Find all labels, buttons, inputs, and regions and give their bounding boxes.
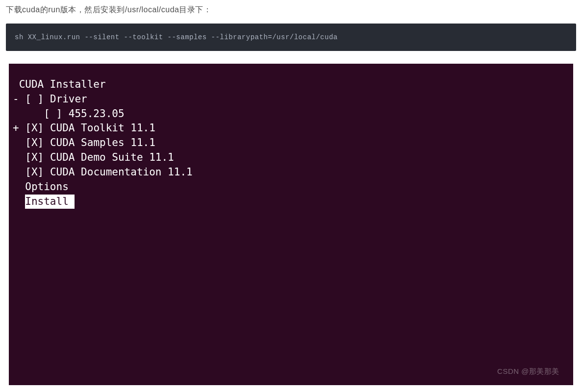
terminal-container: CUDA Installer - [ ] Driver [ ] 455.23.0… — [6, 61, 576, 388]
installer-title: CUDA Installer — [13, 77, 569, 92]
checkbox-driver-version[interactable]: [ ] — [44, 108, 62, 120]
install-button[interactable]: Install — [25, 195, 75, 209]
checkbox-documentation[interactable]: [X] — [25, 166, 44, 178]
installer-item-driver[interactable]: - [ ] Driver — [13, 92, 569, 107]
checkbox-driver[interactable]: [ ] — [25, 93, 44, 105]
installer-item-toolkit[interactable]: + [X] CUDA Toolkit 11.1 — [13, 121, 569, 136]
checkbox-demo-suite[interactable]: [X] — [25, 151, 44, 163]
installer-item-documentation[interactable]: [X] CUDA Documentation 11.1 — [13, 165, 569, 180]
checkbox-toolkit[interactable]: [X] — [25, 122, 44, 134]
checkbox-samples[interactable]: [X] — [25, 137, 44, 148]
installer-item-demo-suite[interactable]: [X] CUDA Demo Suite 11.1 — [13, 150, 569, 165]
installer-install-row: Install — [13, 195, 569, 209]
installer-item-samples[interactable]: [X] CUDA Samples 11.1 — [13, 136, 569, 150]
installer-item-driver-version[interactable]: [ ] 455.23.05 — [13, 107, 569, 122]
command-code-block: sh XX_linux.run --silent --toolkit --sam… — [6, 24, 576, 51]
cuda-installer-terminal[interactable]: CUDA Installer - [ ] Driver [ ] 455.23.0… — [9, 64, 573, 385]
intro-text: 下载cuda的run版本，然后安装到/usr/local/cuda目录下： — [0, 0, 582, 24]
installer-options[interactable]: Options — [13, 180, 569, 195]
watermark: CSDN @那美那美 — [497, 366, 559, 376]
